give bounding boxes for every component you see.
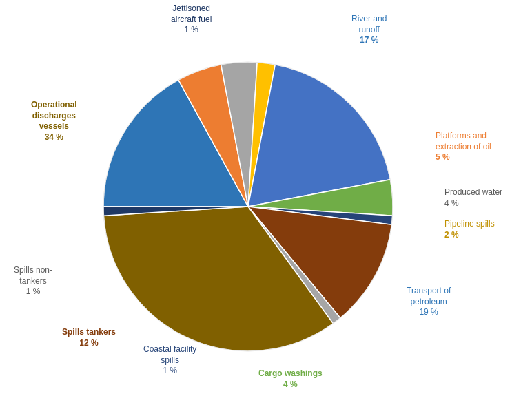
coastal-facility-label: Coastal facilityspills1 %: [143, 344, 196, 377]
river-and-runoff-label: River andrunoff17 %: [351, 14, 387, 46]
produced-water-label: Produced water4 %: [444, 187, 502, 209]
chart-container: River andrunoff17 % Platforms andextract…: [0, 0, 532, 398]
cargo-washings-label: Cargo washings4 %: [258, 368, 323, 390]
jettisoned-fuel-label: Jettisonedaircraft fuel1 %: [171, 3, 212, 36]
operational-discharges-label: Operationaldischargesvessels34 %: [31, 100, 77, 143]
pipeline-spills-label: Pipeline spills2 %: [444, 219, 495, 240]
platforms-extraction-label: Platforms andextraction of oil5 %: [436, 131, 491, 163]
spills-tankers-label: Spills tankers12 %: [62, 327, 116, 348]
spills-non-tankers-label: Spills non-tankers1 %: [14, 265, 52, 297]
transport-petroleum-label: Transport ofpetroleum19 %: [407, 286, 451, 318]
